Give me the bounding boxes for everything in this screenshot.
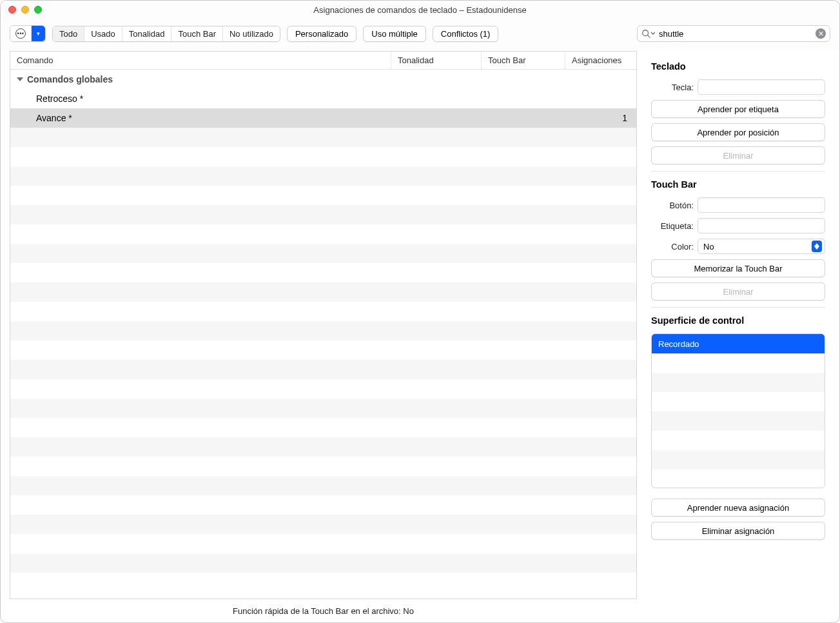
view-menu-dropdown[interactable]: ▾	[32, 26, 45, 41]
tecla-label: Tecla:	[651, 83, 694, 92]
empty-row	[652, 392, 825, 411]
column-touch-bar[interactable]: Touch Bar	[482, 52, 565, 69]
filter-uso-multiple[interactable]: Uso múltiple	[363, 26, 426, 42]
svg-line-1	[648, 35, 650, 38]
commands-table: Comando Tonalidad Touch Bar Asignaciones…	[10, 51, 637, 599]
empty-row	[10, 573, 636, 592]
learn-by-label-button[interactable]: Aprender por etiqueta	[651, 100, 825, 118]
field-boton: Botón:	[651, 197, 825, 213]
empty-row	[10, 399, 636, 418]
filter-personalizado[interactable]: Personalizado	[287, 26, 357, 42]
tecla-input[interactable]	[698, 79, 825, 95]
field-tecla: Tecla:	[651, 79, 825, 95]
cell-comando: Avance *	[10, 113, 391, 123]
window: Asignaciones de comandos de teclado – Es…	[0, 0, 840, 623]
column-comando[interactable]: Comando	[10, 52, 391, 69]
left-panel: Comando Tonalidad Touch Bar Asignaciones…	[1, 51, 646, 622]
table-row[interactable]: Avance * 1	[10, 108, 636, 128]
empty-row	[10, 224, 636, 244]
empty-row	[10, 128, 636, 147]
search-field[interactable]: ✕	[637, 25, 830, 42]
stepper-arrows-icon	[812, 241, 822, 252]
empty-row	[652, 373, 825, 392]
section-surface-title: Superficie de control	[651, 315, 825, 326]
empty-row	[10, 302, 636, 321]
color-label: Color:	[651, 242, 694, 252]
main-area: Comando Tonalidad Touch Bar Asignaciones…	[1, 51, 839, 622]
search-input[interactable]	[659, 29, 812, 39]
empty-row	[10, 282, 636, 302]
window-title: Asignaciones de comandos de teclado – Es…	[1, 5, 839, 15]
footer-status: Función rápida de la Touch Bar en el arc…	[10, 599, 637, 622]
empty-row	[10, 244, 636, 263]
empty-row	[652, 470, 825, 488]
section-touchbar-title: Touch Bar	[651, 179, 825, 190]
empty-row	[10, 147, 636, 166]
chevron-down-icon	[651, 32, 655, 35]
touchbar-delete-button: Eliminar	[651, 282, 825, 301]
view-options-button[interactable]: •••	[10, 26, 32, 41]
empty-row	[10, 418, 636, 437]
cell-asignaciones: 1	[565, 113, 636, 123]
ellipsis-circle-icon: •••	[15, 28, 26, 39]
view-menu: ••• ▾	[10, 25, 46, 42]
divider	[651, 307, 825, 308]
empty-row	[10, 476, 636, 495]
search-icon	[641, 29, 655, 38]
empty-row	[10, 457, 636, 476]
table-header: Comando Tonalidad Touch Bar Asignaciones	[10, 52, 636, 70]
group-label: Comandos globales	[27, 74, 113, 84]
close-window-button[interactable]	[8, 6, 16, 14]
filter-usado[interactable]: Usado	[84, 26, 122, 41]
surface-listbox[interactable]: Recordado	[651, 333, 825, 488]
group-row[interactable]: Comandos globales	[10, 70, 636, 89]
learn-by-position-button[interactable]: Aprender por posición	[651, 123, 825, 141]
delete-assignment-button[interactable]: Eliminar asignación	[651, 522, 825, 540]
boton-label: Botón:	[651, 201, 694, 210]
memorize-touchbar-button[interactable]: Memorizar la Touch Bar	[651, 259, 825, 277]
field-etiqueta: Etiqueta:	[651, 218, 825, 233]
list-item[interactable]: Recordado	[652, 334, 825, 353]
empty-row	[10, 534, 636, 553]
empty-row	[10, 437, 636, 457]
field-color: Color: No	[651, 239, 825, 254]
toolbar: ••• ▾ Todo Usado Tonalidad Touch Bar No …	[1, 19, 839, 51]
filter-conflictos[interactable]: Conflictos (1)	[433, 26, 499, 42]
color-value: No	[703, 242, 714, 252]
chevron-down-icon: ▾	[37, 31, 40, 37]
learn-new-assignment-button[interactable]: Aprender nueva asignación	[651, 499, 825, 517]
table-row[interactable]: Retroceso *	[10, 89, 636, 108]
column-tonalidad[interactable]: Tonalidad	[391, 52, 482, 69]
empty-row	[10, 263, 636, 282]
etiqueta-input[interactable]	[698, 218, 825, 233]
empty-row	[652, 431, 825, 450]
empty-row	[10, 360, 636, 379]
etiqueta-label: Etiqueta:	[651, 221, 694, 231]
filter-no-utilizado[interactable]: No utilizado	[223, 26, 280, 41]
cell-comando: Retroceso *	[10, 94, 391, 104]
inspector-panel: Teclado Tecla: Aprender por etiqueta Apr…	[646, 51, 839, 622]
empty-row	[10, 321, 636, 341]
boton-input[interactable]	[698, 197, 825, 213]
disclosure-triangle-icon[interactable]	[17, 77, 23, 81]
clear-search-button[interactable]: ✕	[816, 28, 826, 39]
empty-row	[10, 186, 636, 205]
filter-touch-bar[interactable]: Touch Bar	[171, 26, 223, 41]
empty-row	[652, 411, 825, 431]
empty-row	[10, 341, 636, 360]
color-popup[interactable]: No	[698, 239, 825, 254]
table-body[interactable]: Comandos globales Retroceso * Avance * 1	[10, 70, 636, 598]
empty-row	[10, 205, 636, 224]
minimize-window-button[interactable]	[21, 6, 29, 14]
column-asignaciones[interactable]: Asignaciones	[565, 52, 636, 69]
titlebar: Asignaciones de comandos de teclado – Es…	[1, 1, 839, 19]
filter-todo[interactable]: Todo	[53, 26, 84, 41]
empty-row	[10, 515, 636, 534]
divider	[651, 171, 825, 172]
zoom-window-button[interactable]	[34, 6, 42, 14]
empty-row	[652, 450, 825, 470]
empty-row	[10, 166, 636, 186]
filter-tonalidad[interactable]: Tonalidad	[122, 26, 172, 41]
section-teclado-title: Teclado	[651, 61, 825, 72]
x-icon: ✕	[818, 30, 824, 37]
